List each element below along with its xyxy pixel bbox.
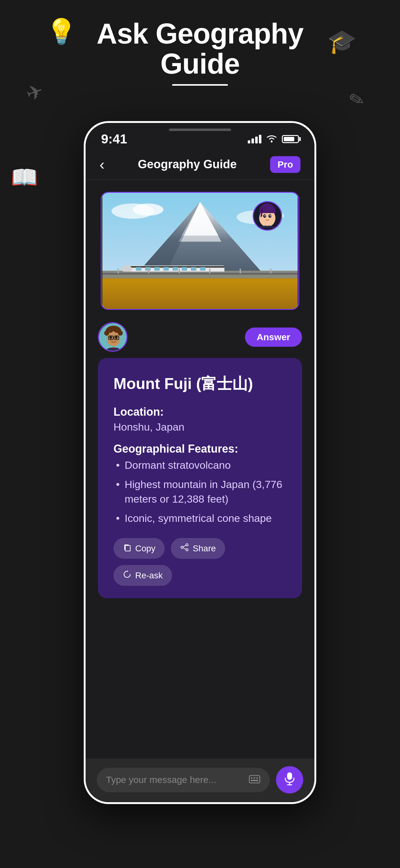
svg-rect-64: [254, 777, 255, 779]
svg-rect-22: [172, 267, 178, 271]
svg-point-56: [186, 544, 188, 546]
user-avatar: [98, 322, 128, 352]
answer-card: Mount Fuji (富士山) Location: Honshu, Japan…: [98, 358, 302, 598]
svg-rect-30: [178, 269, 180, 274]
svg-rect-12: [102, 275, 298, 309]
svg-rect-55: [125, 546, 130, 551]
location-label: Location:: [113, 405, 287, 418]
svg-rect-24: [191, 267, 196, 271]
nav-title: Geography Guide: [138, 158, 237, 171]
feature-item-2: Highest mountain in Japan (3,776 meters …: [113, 477, 287, 507]
svg-rect-25: [200, 267, 206, 271]
svg-rect-32: [240, 269, 241, 274]
app-title: Ask Geography Guide: [97, 19, 304, 79]
svg-rect-67: [287, 772, 292, 780]
svg-rect-20: [154, 267, 160, 271]
svg-rect-26: [102, 273, 298, 275]
answer-badge: Answer: [245, 328, 302, 347]
svg-point-54: [114, 327, 120, 333]
mic-icon: [284, 772, 296, 788]
svg-point-41: [270, 215, 271, 216]
status-icons: [248, 132, 299, 146]
status-time: 9:41: [101, 132, 127, 147]
svg-point-47: [115, 336, 118, 339]
share-button[interactable]: Share: [171, 538, 225, 559]
phone-screen: 9:41: [86, 123, 314, 802]
copy-label: Copy: [135, 544, 155, 554]
svg-point-40: [265, 215, 266, 216]
copy-icon: [123, 543, 131, 554]
ai-avatar: [253, 201, 282, 231]
svg-rect-63: [251, 777, 253, 779]
wifi-icon: [266, 132, 277, 146]
pro-badge[interactable]: Pro: [270, 156, 300, 173]
nav-bar: ‹ Geography Guide Pro: [86, 150, 314, 180]
svg-point-3: [133, 203, 163, 215]
svg-rect-28: [118, 269, 119, 274]
feature-item-3: Iconic, symmetrical cone shape: [113, 511, 287, 526]
reask-label: Re-ask: [135, 570, 163, 581]
svg-line-59: [183, 546, 186, 547]
svg-rect-31: [209, 269, 210, 274]
svg-point-58: [186, 549, 188, 551]
message-input-wrapper[interactable]: Type your message here...: [97, 768, 270, 792]
svg-rect-65: [257, 777, 258, 779]
svg-point-0: [271, 141, 272, 143]
share-icon: [180, 543, 189, 554]
svg-rect-27: [102, 272, 298, 273]
answer-title: Mount Fuji (富士山): [113, 373, 287, 394]
feature-item-1: Dormant stratovolcano: [113, 458, 287, 473]
location-value: Honshu, Japan: [113, 421, 287, 433]
copy-button[interactable]: Copy: [113, 538, 165, 559]
svg-point-17: [121, 266, 132, 272]
keyboard-icon: [249, 774, 261, 786]
svg-rect-66: [251, 780, 258, 781]
signal-icon: [248, 135, 261, 144]
dynamic-island: [169, 128, 231, 131]
svg-rect-29: [148, 269, 149, 274]
svg-marker-61: [127, 570, 128, 572]
svg-rect-33: [270, 269, 271, 274]
header: Ask Geography Guide: [0, 19, 400, 86]
title-underline: [172, 84, 228, 86]
svg-rect-18: [136, 267, 141, 271]
geo-features-label: Geographical Features:: [113, 442, 287, 456]
back-button[interactable]: ‹: [100, 156, 104, 173]
input-area: Type your message here...: [86, 759, 314, 802]
battery-icon: [282, 135, 299, 143]
features-list: Dormant stratovolcano Highest mountain i…: [113, 458, 287, 526]
svg-rect-23: [182, 267, 187, 271]
svg-point-53: [108, 327, 113, 333]
message-input-placeholder: Type your message here...: [106, 775, 244, 785]
reask-button[interactable]: Re-ask: [113, 565, 172, 586]
svg-rect-62: [249, 775, 260, 783]
mic-button[interactable]: [276, 766, 303, 794]
status-bar: 9:41: [86, 123, 314, 150]
action-buttons: Copy Share: [113, 538, 287, 586]
phone-mockup: 9:41: [84, 121, 316, 804]
book-icon: 📖: [11, 164, 38, 190]
svg-line-60: [183, 548, 186, 550]
svg-rect-21: [163, 267, 169, 271]
pencil-icon: ✏: [344, 86, 369, 113]
share-label: Share: [193, 544, 216, 554]
svg-point-57: [181, 547, 183, 549]
chat-area: Answer Mount Fuji (富士山) Location: Honshu…: [86, 192, 314, 802]
svg-rect-19: [145, 267, 151, 271]
svg-point-46: [109, 336, 112, 339]
reask-icon: [123, 570, 131, 581]
